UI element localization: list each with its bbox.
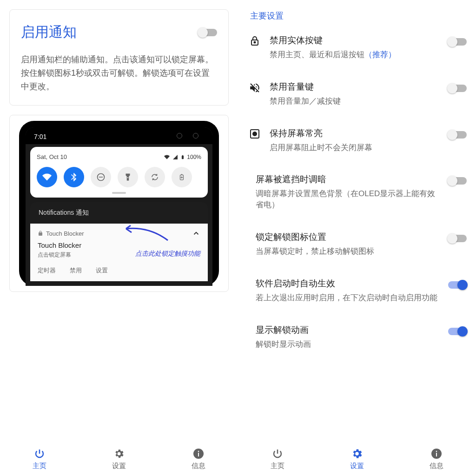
phone-time: 7:01 — [34, 133, 46, 140]
notif-action-disable: 禁用 — [70, 266, 82, 275]
notif-action-timer: 定时器 — [38, 266, 56, 275]
chevron-up-icon — [192, 229, 200, 238]
svg-rect-14 — [436, 453, 437, 456]
setting-lock-icon-position[interactable]: 锁定解锁图标位置 当屏幕锁定时，禁止移动解锁图标 — [238, 221, 476, 267]
phone-frame: 7:01 Sat, Oct 10 100% — [19, 121, 219, 286]
left-panel: 启用通知 启用通知栏的辅助通知。点击该通知可以锁定屏幕。按住解锁图标1秒或双击可… — [0, 0, 238, 476]
dnd-icon — [91, 167, 111, 187]
nav-info[interactable]: 信息 — [159, 448, 238, 470]
svg-point-8 — [198, 450, 199, 452]
toggle-unlock-animation[interactable] — [448, 328, 467, 335]
nav-settings[interactable]: 设置 — [79, 448, 159, 470]
section-title: 主要设置 — [238, 0, 476, 24]
setting-auto-enable-on-start[interactable]: 软件启动时自动生效 若上次退出应用时启用，在下次启动时自动启用功能 — [238, 267, 476, 314]
volume-off-icon — [242, 81, 268, 94]
camera-cutout — [172, 131, 202, 140]
notif-app-name: Touch Blocker — [46, 230, 84, 237]
toggle-lock-icon-position[interactable] — [448, 235, 467, 242]
annotation-text: 点击此处锁定触摸功能 — [135, 250, 200, 258]
wifi-icon — [37, 167, 57, 187]
phone-date: Sat, Oct 10 — [37, 153, 67, 160]
preview-card: 7:01 Sat, Oct 10 100% — [9, 115, 229, 292]
gear-icon — [113, 448, 125, 460]
card-title: 启用通知 — [21, 23, 77, 42]
info-icon — [430, 448, 443, 460]
flashlight-icon — [118, 167, 138, 187]
nav-home-r[interactable]: 主页 — [238, 448, 317, 470]
setting-disable-hw-keys[interactable]: 禁用实体按键 禁用主页、最近和后退按钮（推荐） — [238, 24, 476, 71]
battery-saver-icon — [172, 167, 192, 187]
bluetooth-icon — [64, 167, 84, 187]
setting-unlock-animation[interactable]: 显示解锁动画 解锁时显示动画 — [238, 314, 476, 360]
setting-dim-when-covered[interactable]: 屏幕被遮挡时调暗 调暗屏幕并设置黑色背景（在OLED显示器上能有效省电） — [238, 163, 476, 221]
lock-small-icon — [38, 231, 43, 236]
svg-point-10 — [254, 42, 256, 43]
gear-icon — [351, 448, 363, 460]
enable-notification-card: 启用通知 启用通知栏的辅助通知。点击该通知可以锁定屏幕。按住解锁图标1秒或双击可… — [9, 9, 229, 106]
right-panel: 主要设置 禁用实体按键 禁用主页、最近和后退按钮（推荐） 禁用音量键 禁用音量加… — [238, 0, 476, 476]
toggle-dim-when-covered[interactable] — [448, 177, 467, 185]
bottom-nav-left: 主页 设置 信息 — [0, 442, 238, 476]
toggle-auto-enable[interactable] — [448, 281, 467, 289]
quick-settings-panel: Sat, Oct 10 100% — [30, 147, 208, 198]
annotation-arrow-icon — [121, 222, 172, 245]
power-icon — [33, 448, 46, 460]
setting-disable-volume[interactable]: 禁用音量键 禁用音量加／减按键 — [238, 71, 476, 117]
info-icon — [192, 448, 205, 460]
nav-home[interactable]: 主页 — [0, 448, 79, 470]
notif-action-settings: 设置 — [96, 266, 108, 275]
setting-keep-screen-on[interactable]: 保持屏幕常亮 启用屏幕阻止时不会关闭屏幕 — [238, 117, 476, 164]
lock-icon — [242, 34, 268, 46]
power-icon — [271, 448, 284, 460]
nav-info-r[interactable]: 信息 — [397, 448, 476, 470]
bottom-nav-right: 主页 设置 信息 — [238, 442, 476, 476]
brightness-icon — [242, 127, 268, 139]
toggle-disable-hw-keys[interactable] — [448, 38, 467, 46]
svg-rect-7 — [198, 453, 199, 456]
nav-settings-r[interactable]: 设置 — [317, 448, 397, 470]
card-description: 启用通知栏的辅助通知。点击该通知可以锁定屏幕。按住解锁图标1秒或双击可解锁。解锁… — [21, 53, 217, 93]
svg-point-15 — [436, 450, 437, 452]
status-icons: 100% — [164, 154, 201, 160]
enable-notification-toggle[interactable] — [198, 29, 217, 36]
notif-title: Touch Blocker — [38, 241, 200, 249]
svg-point-12 — [253, 132, 257, 136]
rotate-icon — [145, 167, 165, 187]
notifications-header: Notifications 通知 — [30, 202, 208, 224]
toggle-disable-volume[interactable] — [448, 85, 467, 92]
battery-percent: 100% — [187, 154, 201, 160]
toggle-keep-screen-on[interactable] — [448, 131, 467, 139]
